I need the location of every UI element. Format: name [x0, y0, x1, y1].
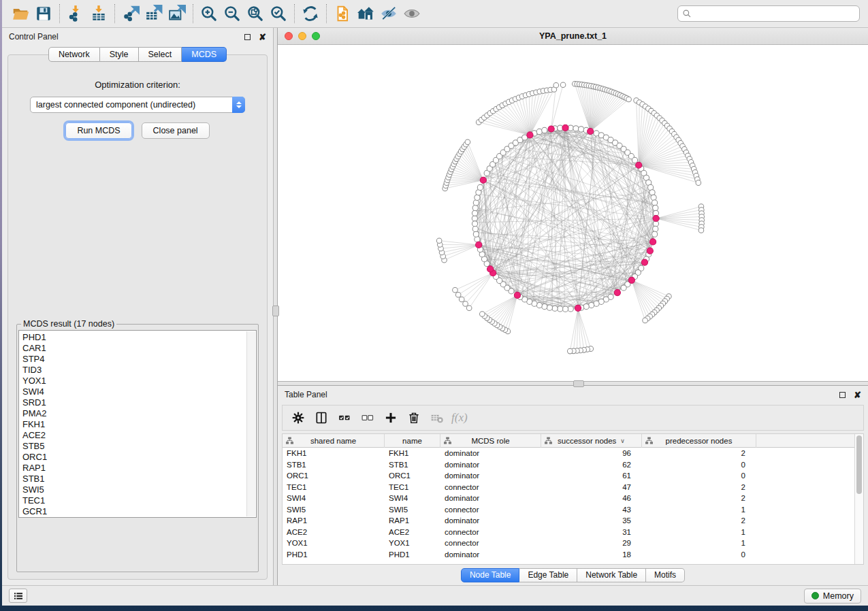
table-cell[interactable]: dominator	[440, 494, 541, 502]
leaf-node[interactable]	[643, 318, 648, 323]
mcds-result-item[interactable]: PHD1	[22, 332, 256, 343]
network-node[interactable]	[472, 205, 478, 210]
zoom-check-icon[interactable]	[267, 3, 290, 24]
add-icon[interactable]	[381, 408, 401, 428]
network-node[interactable]	[477, 184, 483, 190]
network-node[interactable]	[547, 305, 552, 310]
table-cell[interactable]: 61	[541, 472, 642, 480]
task-history-button[interactable]	[9, 589, 27, 603]
mcds-hub-node[interactable]	[588, 128, 594, 134]
mcds-result-item[interactable]: ACE2	[22, 430, 256, 441]
table-row[interactable]: SWI5SWI5connector431	[283, 504, 863, 516]
mcds-result-item[interactable]: ORC1	[22, 452, 256, 463]
search-box[interactable]	[677, 5, 860, 22]
mcds-result-item[interactable]: RAP1	[22, 463, 256, 474]
zoom-fit-icon[interactable]	[244, 3, 267, 24]
tab-edge-table[interactable]: Edge Table	[519, 568, 577, 582]
mcds-result-item[interactable]: SRD1	[22, 397, 256, 408]
table-cell[interactable]: dominator	[440, 472, 541, 480]
mcds-hub-node[interactable]	[487, 266, 493, 272]
network-node[interactable]	[475, 195, 480, 200]
network-canvas[interactable]	[278, 45, 868, 381]
leaf-node[interactable]	[626, 97, 632, 102]
table-cell[interactable]: 2	[642, 494, 756, 502]
table-cell[interactable]: 2	[642, 449, 756, 457]
network-node[interactable]	[562, 306, 568, 312]
network-graph[interactable]	[278, 45, 868, 381]
mcds-result-item[interactable]: TID3	[22, 365, 256, 376]
network-node[interactable]	[473, 231, 479, 237]
leaf-node[interactable]	[436, 238, 442, 244]
mcds-list-scrollbar[interactable]	[246, 331, 255, 516]
table-cell[interactable]: 2	[642, 516, 756, 525]
mcds-result-item[interactable]: TEC1	[22, 495, 256, 506]
table-cell[interactable]: SWI5	[385, 506, 440, 514]
table-scrollbar-thumb[interactable]	[856, 435, 862, 494]
network-node[interactable]	[472, 216, 477, 221]
column-header-MCDS-role[interactable]: MCDS role	[440, 434, 541, 448]
network-node[interactable]	[621, 285, 626, 291]
run-mcds-button[interactable]: Run MCDS	[65, 122, 131, 139]
table-cell[interactable]: 47	[541, 483, 642, 491]
table-cell[interactable]: 46	[541, 494, 642, 502]
table-row[interactable]: RAP1RAP1dominator352	[283, 515, 863, 527]
close-panel-button[interactable]: Close panel	[142, 122, 210, 139]
table-cell[interactable]: dominator	[440, 461, 541, 469]
table-cell[interactable]: FKH1	[283, 449, 385, 457]
table-cell[interactable]: connector	[440, 539, 541, 547]
table-cell[interactable]: connector	[440, 528, 541, 536]
mcds-hub-node[interactable]	[641, 259, 647, 265]
table-row[interactable]: FKH1FKH1dominator962	[283, 448, 863, 459]
deselect-all-icon[interactable]	[357, 408, 378, 428]
save-icon[interactable]	[32, 3, 55, 24]
table-cell[interactable]: 1	[642, 528, 756, 536]
mcds-hub-node[interactable]	[548, 126, 554, 132]
network-node[interactable]	[473, 200, 479, 205]
network-node[interactable]	[589, 302, 594, 308]
table-cell[interactable]: 43	[541, 506, 642, 514]
network-node[interactable]	[568, 306, 573, 312]
leaf-node[interactable]	[480, 312, 485, 317]
search-input[interactable]	[694, 9, 855, 18]
tab-motifs[interactable]: Motifs	[646, 568, 685, 582]
table-row[interactable]: PHD1PHD1dominator180	[283, 549, 863, 561]
table-cell[interactable]: 18	[541, 550, 642, 559]
delete-icon[interactable]	[404, 408, 424, 428]
mcds-result-item[interactable]: STP4	[22, 354, 256, 365]
mcds-hub-node[interactable]	[647, 248, 653, 254]
table-cell[interactable]: 0	[642, 472, 756, 480]
table-cell[interactable]: RAP1	[283, 516, 385, 525]
leaf-node[interactable]	[455, 292, 461, 297]
network-node[interactable]	[552, 306, 558, 311]
table-cell[interactable]: STB1	[283, 461, 385, 469]
network-node[interactable]	[472, 226, 478, 231]
export-table-icon[interactable]	[142, 3, 165, 24]
column-header-shared-name[interactable]: shared name	[283, 434, 385, 448]
mcds-hub-node[interactable]	[514, 292, 520, 298]
table-cell[interactable]: PHD1	[385, 550, 440, 559]
mcds-hub-node[interactable]	[575, 305, 581, 311]
network-node[interactable]	[652, 231, 658, 237]
column-header-successor-nodes[interactable]: successor nodes∨	[541, 434, 642, 448]
mcds-hub-node[interactable]	[476, 242, 482, 248]
column-header-name[interactable]: name	[385, 434, 440, 448]
table-row[interactable]: ORC1ORC1dominator610	[283, 470, 863, 482]
close-table-panel-icon[interactable]: ✘	[854, 391, 861, 399]
close-panel-icon[interactable]: ✘	[259, 33, 266, 42]
table-cell[interactable]: YOX1	[385, 539, 440, 547]
mcds-hub-node[interactable]	[649, 239, 656, 245]
network-node[interactable]	[472, 221, 477, 227]
table-cell[interactable]: 35	[541, 516, 642, 525]
table-cell[interactable]: SWI5	[283, 506, 385, 514]
float-panel-icon[interactable]	[244, 34, 251, 40]
table-cell[interactable]: FKH1	[385, 449, 440, 457]
mcds-result-item[interactable]: FKH1	[22, 419, 256, 430]
table-row[interactable]: STB1STB1dominator620	[283, 459, 863, 471]
zoom-in-icon[interactable]	[197, 3, 221, 24]
mcds-result-item[interactable]: YOX1	[22, 376, 256, 386]
criterion-select[interactable]: largest connected component (undirected)	[30, 97, 245, 113]
table-row[interactable]: SWI4SWI4dominator462	[283, 493, 863, 504]
network-node[interactable]	[579, 127, 584, 132]
table-cell[interactable]: 29	[541, 539, 642, 547]
leaf-node[interactable]	[696, 180, 701, 186]
